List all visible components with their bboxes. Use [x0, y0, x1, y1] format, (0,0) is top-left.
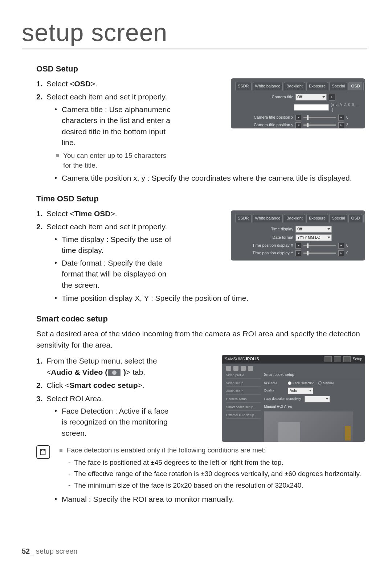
dec-y-button[interactable]: ◂ — [295, 122, 301, 128]
timeosd-step1-pre: Select < — [46, 209, 74, 218]
tab-ssdr[interactable]: SSDR — [235, 82, 252, 90]
sidebar-icon[interactable] — [226, 366, 231, 371]
timeosd-heading: Time OSD Setup — [36, 193, 363, 205]
osd-step1-post: >. — [91, 79, 97, 88]
value-time-pos-x: 0 — [346, 243, 350, 249]
select-date-format[interactable]: YYYY-MM-DD — [295, 234, 332, 241]
timeosd-bullet-position: Time position display X, Y : Specify the… — [54, 293, 363, 304]
inc-y-button[interactable]: ▸ — [338, 122, 344, 128]
label-roi-area: ROI Area — [264, 381, 284, 386]
label-face-sensitivity: Face detection Sensitivity — [264, 397, 301, 401]
video-preview[interactable] — [264, 411, 353, 442]
slider-pos-y[interactable] — [303, 124, 336, 126]
sidebar-item-audio-setup[interactable]: Audio setup — [226, 388, 261, 395]
tab2-osd[interactable]: OSD — [348, 214, 362, 222]
smart-intro: Set a desired area of the video incoming… — [36, 328, 363, 350]
header-icon[interactable] — [324, 356, 332, 362]
label-pos-x: Camera title position x — [235, 115, 293, 120]
osd-step-2: 2. Select each item and set it properly.… — [36, 91, 171, 170]
timeosd-bullet-time-display: Time display : Specify the use of time d… — [54, 234, 172, 256]
sidebar-item-smart-codec[interactable]: Smart codec setup — [226, 404, 261, 411]
tab-backlight[interactable]: Backlight — [284, 82, 305, 90]
screenshot-osd: SSDR White balance Backlight Exposure Sp… — [231, 78, 365, 128]
select-quality[interactable]: Auto — [288, 387, 313, 394]
tab2-backlight[interactable]: Backlight — [284, 214, 305, 222]
value-pos-y: 3 — [346, 123, 350, 128]
select-face-sensitivity[interactable] — [305, 396, 330, 402]
smart-step1-bold: Audio & Video ( — [51, 368, 107, 376]
footer-text: _ setup screen — [30, 547, 77, 555]
smart-step-2: 2. Click <Smart codec setup>. — [36, 380, 172, 391]
inc-x-button[interactable]: ▸ — [338, 115, 344, 120]
osd-step-1: 1. Select <OSD>. — [36, 78, 171, 89]
osd-heading: OSD Setup — [36, 63, 363, 75]
smart-dash-minsize: The minimum size of the face is 20x20 ba… — [68, 480, 363, 491]
header-icon[interactable] — [343, 356, 351, 362]
tab2-white-balance[interactable]: White balance — [253, 214, 283, 222]
side-menu: Video profile Video setup Audio setup Ca… — [226, 372, 261, 442]
tab-time-osd[interactable]: Time OSD — [363, 82, 365, 90]
sidebar-item-camera-setup[interactable]: Camera setup — [226, 396, 261, 403]
tab-white-balance[interactable]: White balance — [253, 82, 283, 90]
sidebar-item-video-setup[interactable]: Video setup — [226, 380, 261, 387]
tab2-exposure[interactable]: Exposure — [306, 214, 328, 222]
smart-step2-pre: Click < — [46, 381, 70, 389]
osd-step2-text: Select each item and set it properly. — [46, 93, 167, 101]
value-pos-x: 0 — [346, 115, 350, 120]
smart-step2-bold: Smart codec setup — [70, 381, 138, 389]
tab-osd[interactable]: OSD — [348, 82, 362, 90]
smart-heading: Smart codec setup — [36, 313, 363, 325]
dec-x-button[interactable]: ◂ — [295, 115, 301, 120]
smart-bullet-face-detection: Face Detection : Active if a face is rec… — [54, 406, 172, 439]
tab-special[interactable]: Special — [329, 82, 347, 90]
label-quality: Quality — [264, 388, 284, 393]
smart-dash-rotation: The effective range of the face rotation… — [68, 469, 363, 479]
input-camera-title[interactable] — [294, 104, 329, 111]
page-footer: 52_ setup screen — [22, 547, 77, 555]
osd-bullet-position: Camera title position x, y : Specify the… — [54, 173, 363, 184]
timeosd-step-2: 2. Select each item and set it properly.… — [36, 221, 172, 291]
page-number: 52 — [22, 547, 30, 555]
reload-icon[interactable]: ↻ — [329, 94, 335, 101]
pane-title: Smart codec setup — [264, 372, 361, 379]
tab2-special[interactable]: Special — [329, 214, 347, 222]
sidebar-icon[interactable] — [233, 366, 238, 371]
page-title: setup screen — [22, 18, 367, 49]
select-time-display[interactable]: Off — [295, 226, 332, 233]
smart-step-3: 3. Select ROI Area. Face Detection : Act… — [36, 393, 172, 439]
dec-tx-button[interactable]: ◂ — [295, 243, 301, 249]
tab2-time-osd[interactable]: Time OSD — [363, 214, 365, 222]
smart-bullet-manual: Manual : Specify the ROI area to monitor… — [54, 494, 363, 505]
radio-manual[interactable]: Manual — [318, 381, 334, 386]
header-setup-button[interactable]: Setup — [353, 357, 362, 362]
sidebar-item-video-profile[interactable]: Video profile — [226, 372, 261, 379]
screenshot-time-osd: SSDR White balance Backlight Exposure Sp… — [231, 210, 365, 261]
smart-note-lead: Face detection is enabled only if the fo… — [60, 445, 363, 455]
timeosd-step1-bold: Time OSD — [74, 209, 110, 218]
sidebar-icon[interactable] — [248, 366, 253, 371]
slider-time-pos-y[interactable] — [303, 253, 336, 254]
timeosd-step-1: 1. Select <Time OSD>. — [36, 208, 172, 219]
inc-tx-button[interactable]: ▸ — [338, 243, 344, 249]
timeosd-step1-post: >. — [110, 209, 117, 218]
dec-ty-button[interactable]: ◂ — [295, 250, 301, 256]
brand-label: SAMSUNG iPOLiS — [225, 356, 259, 362]
timeosd-bullet-date-format: Date format : Specify the date format th… — [54, 258, 172, 291]
screenshot-smart-codec: SAMSUNG iPOLiS Setup Video profile — [222, 355, 365, 442]
select-camera-title[interactable]: Off — [295, 94, 327, 101]
timeosd-step2-text: Select each item and set it properly. — [46, 222, 167, 231]
sidebar-item-external-ptz[interactable]: External PTZ setup — [226, 412, 261, 419]
radio-face-detection[interactable]: Face Detection — [288, 381, 315, 386]
value-time-pos-y: 0 — [346, 251, 350, 256]
header-icon[interactable] — [334, 356, 341, 362]
tab-exposure[interactable]: Exposure — [306, 82, 328, 90]
sidebar-icon[interactable] — [241, 366, 246, 371]
smart-step1-tail: > tab. — [126, 368, 145, 376]
tab2-ssdr[interactable]: SSDR — [235, 214, 252, 222]
smart-step-1: 1. From the Setup menu, select the <Audi… — [36, 356, 172, 378]
slider-time-pos-x[interactable] — [303, 245, 336, 246]
note-icon — [36, 445, 50, 459]
slider-pos-x[interactable] — [303, 117, 336, 118]
label-date-format: Date format — [235, 235, 293, 241]
inc-ty-button[interactable]: ▸ — [338, 250, 344, 256]
